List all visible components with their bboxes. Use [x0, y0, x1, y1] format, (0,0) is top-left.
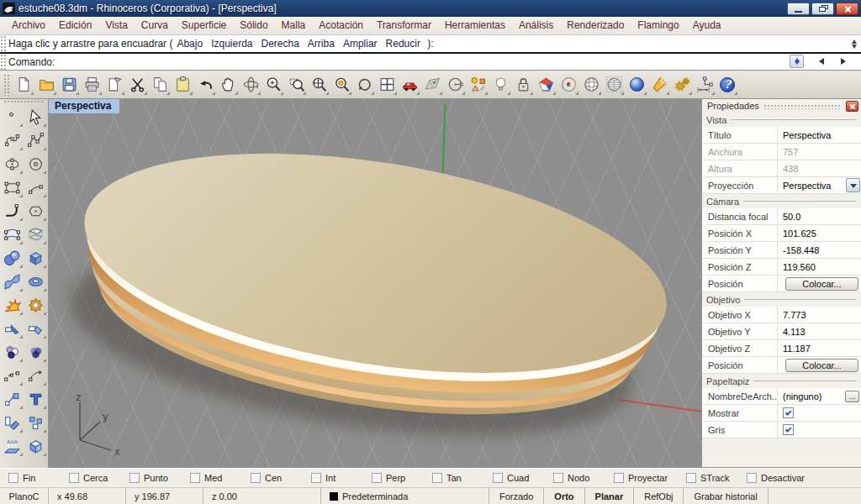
osnap-proyectar[interactable]: Proyectar	[614, 473, 686, 483]
move-button[interactable]	[399, 74, 420, 96]
boolean-intersection-button[interactable]	[25, 341, 47, 363]
cplane-button[interactable]: PlanoC	[0, 488, 49, 504]
menu-herramientas[interactable]: Herramientas	[438, 18, 512, 34]
menu-ayuda[interactable]: Ayuda	[686, 18, 728, 34]
osnap-checkbox-proyectar[interactable]	[614, 473, 624, 483]
pan-view-button[interactable]	[217, 74, 239, 96]
zoom-window-button[interactable]	[285, 74, 307, 96]
open-file-button[interactable]	[35, 74, 57, 96]
arc-tool-button[interactable]	[25, 176, 47, 198]
prop-value-gris[interactable]	[778, 422, 861, 438]
menu-renderizado[interactable]: Renderizado	[560, 18, 631, 34]
toggle-refobj[interactable]: RefObj	[634, 488, 684, 504]
command-option-arriba[interactable]: Arriba	[308, 38, 335, 50]
history-back-button[interactable]	[811, 55, 829, 68]
curve-fillet-button[interactable]	[2, 200, 24, 222]
toggle-planar[interactable]: Planar	[585, 488, 635, 504]
dimension-button[interactable]	[694, 74, 716, 96]
osnap-checkbox-tan[interactable]	[432, 473, 442, 483]
osnap-checkbox-punto[interactable]	[129, 473, 140, 483]
command-option-abajo[interactable]: Abajo	[177, 38, 203, 50]
menu-flamingo[interactable]: Flamingo	[631, 18, 685, 34]
select-pointer-button[interactable]	[25, 106, 47, 128]
osnap-checkbox-strack[interactable]	[686, 473, 696, 483]
viewport-layout-button[interactable]	[376, 74, 398, 96]
prop-value-posicion[interactable]: Colocar...	[778, 357, 861, 373]
circle-tool-button[interactable]	[25, 153, 47, 175]
surface-sheet-button[interactable]	[2, 270, 24, 292]
menu-vista[interactable]: Vista	[98, 18, 134, 34]
help-button[interactable]	[716, 74, 738, 96]
paste-button[interactable]	[172, 74, 193, 96]
history-forward-button[interactable]	[836, 55, 854, 68]
osnap-checkbox-cen[interactable]	[251, 473, 261, 483]
osnap-checkbox-perp[interactable]	[372, 473, 382, 483]
command-prompt[interactable]: Comando:	[8, 56, 55, 68]
perspective-viewport[interactable]: Perspectiva z y x	[49, 99, 701, 468]
osnap-cuad[interactable]: Cuad	[493, 473, 553, 483]
menu-transformar[interactable]: Transformar	[370, 18, 438, 34]
rebuild-curve-button[interactable]	[2, 365, 24, 386]
color-picker-button[interactable]	[557, 74, 579, 96]
torus-tool-button[interactable]	[25, 270, 47, 292]
osnap-perp[interactable]: Perp	[372, 473, 432, 483]
osnap-checkbox-cerca[interactable]	[69, 473, 79, 483]
posicion-colocar-button[interactable]: Colocar...	[785, 277, 858, 291]
osnap-cerca[interactable]: Cerca	[69, 473, 129, 483]
cut-button[interactable]	[126, 74, 148, 96]
boolean-spheres-button[interactable]	[2, 247, 24, 269]
minimize-button[interactable]	[787, 3, 810, 15]
menu-acotacion[interactable]: Acotación	[312, 18, 370, 34]
posicion-colocar-button[interactable]: Colocar...	[785, 359, 858, 372]
menu-curva[interactable]: Curva	[135, 18, 175, 34]
command-option-derecha[interactable]: Derecha	[261, 38, 299, 50]
prop-value-proyeccion[interactable]: Perspectiva	[778, 177, 861, 193]
osnap-tan[interactable]: Tan	[432, 473, 493, 483]
panel-close-button[interactable]	[846, 101, 858, 112]
lights-button[interactable]	[489, 74, 511, 96]
polygon-tool-button[interactable]	[25, 200, 47, 222]
restore-button[interactable]	[811, 3, 834, 15]
boolean-union-button[interactable]	[2, 341, 24, 363]
osnap-nodo[interactable]: Nodo	[553, 473, 614, 483]
layer-button[interactable]: Predeterminada	[321, 488, 489, 504]
shaded-viewport-button[interactable]	[535, 74, 557, 96]
prop-value-titulo[interactable]: Perspectiva	[778, 127, 861, 143]
osnap-punto[interactable]: Punto	[129, 473, 190, 483]
split-tool-button[interactable]	[25, 318, 47, 339]
rectangle-tool-button[interactable]	[2, 176, 24, 198]
spinner-down-icon[interactable]	[795, 61, 800, 67]
checkbox-gris[interactable]	[783, 424, 794, 435]
prop-value-posicion-x[interactable]: 101.625	[778, 225, 861, 241]
group-tool-button[interactable]	[25, 412, 47, 433]
box-tool-button[interactable]	[25, 247, 47, 269]
options-button[interactable]	[671, 74, 693, 96]
prop-value-posicion-z[interactable]: 119.560	[778, 259, 861, 275]
toggle-grabar-historial[interactable]: Grabar historial	[684, 488, 768, 504]
text-tool-button[interactable]	[25, 388, 47, 410]
prop-value-nombredearch[interactable]: (ninguno)...	[778, 388, 861, 404]
extrude-tool-button[interactable]	[2, 435, 24, 457]
move-scale-tool-button[interactable]	[2, 388, 24, 410]
object-snap-button[interactable]	[467, 74, 489, 96]
menu-edicion[interactable]: Edición	[52, 18, 98, 34]
undo-view-change-button[interactable]	[353, 74, 375, 96]
named-view-button[interactable]	[421, 74, 443, 96]
prop-value-objetivo-z[interactable]: 11.187	[778, 340, 861, 356]
rotate-view-button[interactable]	[240, 74, 261, 96]
browse-button[interactable]: ...	[845, 391, 859, 402]
osnap-checkbox-int[interactable]	[311, 473, 321, 483]
command-option-izquierda[interactable]: Izquierda	[211, 38, 252, 50]
osnap-checkbox-desactivar[interactable]	[747, 473, 757, 483]
solid-box-tool-button[interactable]	[25, 435, 47, 457]
zoom-extents-button[interactable]	[308, 74, 330, 96]
prop-value-objetivo-x[interactable]: 7.773	[778, 307, 861, 323]
osnap-checkbox-fin[interactable]	[8, 473, 18, 483]
osnap-checkbox-nodo[interactable]	[553, 473, 563, 483]
menu-solido[interactable]: Sólido	[233, 18, 274, 34]
control-point-curve-button[interactable]	[2, 129, 24, 151]
menu-archivo[interactable]: Archivo	[5, 18, 52, 34]
patch-surface-button[interactable]	[2, 223, 24, 245]
menu-superficie[interactable]: Superficie	[175, 18, 233, 34]
zoom-selected-button[interactable]	[330, 74, 352, 96]
